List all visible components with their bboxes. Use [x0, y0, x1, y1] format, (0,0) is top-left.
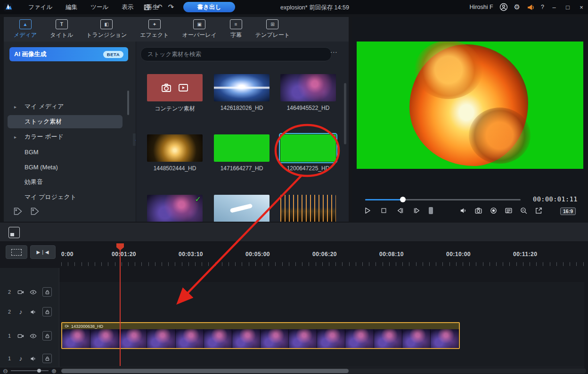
save-icon[interactable]	[142, 3, 151, 11]
video-track-2-lane[interactable]	[0, 282, 584, 302]
previous-frame-button[interactable]	[396, 206, 404, 215]
timeline-hscroll-handle[interactable]	[61, 369, 349, 373]
tab-subtitle[interactable]: 字幕	[225, 17, 247, 41]
track-lock-icon[interactable]	[42, 354, 52, 363]
media-thumbnail[interactable]	[280, 74, 336, 101]
announcement-megaphone-icon[interactable]	[526, 3, 535, 11]
undock-player-icon[interactable]	[534, 206, 543, 215]
redo-icon[interactable]: ↷	[168, 3, 174, 11]
tab-overlay[interactable]: オーバーレイ	[177, 17, 222, 41]
media-item[interactable]	[280, 195, 336, 222]
tag-add-icon[interactable]	[30, 207, 40, 216]
track-visibility-eye-icon[interactable]	[29, 288, 37, 296]
track-visibility-eye-icon[interactable]	[29, 332, 37, 340]
sidebar-item-bgm[interactable]: BGM	[8, 145, 122, 158]
undo-icon[interactable]: ↶	[156, 3, 163, 11]
sidebar-item-stock-media[interactable]: ストック素材	[8, 115, 122, 128]
render-preview-icon[interactable]	[489, 206, 498, 215]
zoom-slider[interactable]	[11, 370, 49, 371]
tab-transition[interactable]: トランジション	[81, 17, 132, 41]
zoom-magnifier-icon[interactable]	[519, 206, 528, 215]
media-thumbnail[interactable]	[214, 134, 270, 162]
track-mute-speaker-icon[interactable]	[29, 355, 37, 362]
seek-knob[interactable]	[400, 197, 406, 202]
menu-file[interactable]: ファイル	[27, 2, 53, 12]
snapshot-camera-icon[interactable]	[474, 206, 482, 215]
ruler-ticks[interactable]	[61, 262, 584, 266]
media-thumbnail[interactable]: ✓	[147, 195, 203, 222]
used-check-icon: ✓	[195, 195, 201, 204]
user-name[interactable]: Hiroshi F	[470, 4, 493, 10]
sidebar-item-my-projects[interactable]: マイ プロジェクト	[8, 191, 122, 204]
play-button[interactable]	[363, 206, 371, 215]
timeline-zoom-controls: ⊖ ⊕	[3, 367, 57, 374]
media-item[interactable]: 1471664277_HD	[214, 134, 270, 172]
media-item[interactable]: ✓	[147, 195, 203, 222]
more-options-button[interactable]: ...	[330, 46, 338, 54]
ai-image-generation-button[interactable]: AI 画像生成 BETA	[9, 47, 128, 61]
menu-tools[interactable]: ツール	[90, 2, 109, 12]
track-mute-speaker-icon[interactable]	[29, 308, 37, 316]
maximize-icon[interactable]: □	[564, 4, 572, 11]
volume-icon[interactable]	[459, 206, 467, 215]
aspect-ratio-badge[interactable]: 16:9	[560, 208, 576, 215]
tab-media[interactable]: メディア	[8, 17, 42, 41]
clip-filmstrip	[62, 329, 459, 348]
track-number: 2	[7, 309, 12, 315]
account-icon[interactable]	[499, 3, 508, 11]
sidebar-item-my-media[interactable]: マイ メディア	[8, 100, 122, 113]
media-item[interactable]: 1464945522_HD	[280, 74, 336, 111]
playhead-marker[interactable]	[116, 243, 124, 250]
media-item[interactable]	[214, 195, 270, 222]
sidebar-item-color-board[interactable]: カラー ボード	[8, 130, 122, 143]
stop-button[interactable]	[379, 206, 388, 215]
media-thumbnail[interactable]	[214, 195, 270, 222]
zoom-slider-knob[interactable]	[37, 369, 41, 373]
media-thumbnail[interactable]	[280, 195, 336, 222]
sidebar-item-sound-effects[interactable]: 効果音	[8, 175, 122, 189]
preview-mode-box[interactable]	[429, 207, 433, 214]
help-icon[interactable]: ?	[541, 4, 544, 10]
sidebar-scrollbar[interactable]	[127, 91, 129, 115]
zoom-out-icon[interactable]: ⊖	[3, 367, 8, 374]
track-lock-icon[interactable]	[42, 307, 52, 316]
content-media-thumbnail[interactable]	[147, 74, 203, 101]
playhead-line[interactable]	[120, 243, 121, 366]
media-thumbnail[interactable]	[214, 74, 270, 101]
next-frame-button[interactable]	[412, 206, 421, 215]
track-lock-icon[interactable]	[42, 331, 52, 341]
menu-edit[interactable]: 編集	[65, 2, 78, 12]
preview-screen	[357, 42, 583, 169]
tab-template[interactable]: テンプレート	[250, 17, 295, 41]
media-item-selected[interactable]: 1200647225_HD	[280, 134, 336, 172]
media-item[interactable]: 1426182026_HD	[214, 74, 270, 111]
settings-gear-icon[interactable]: ⚙	[514, 3, 520, 11]
range-select-button[interactable]	[6, 245, 27, 259]
preview-menu-icon[interactable]	[504, 206, 513, 215]
track-header-audio-2: 2 ♪	[0, 302, 59, 322]
stock-media-library: ... コンテンツ素材 1426182026_HD 1464945522_HD …	[136, 42, 349, 222]
track-lock-icon[interactable]	[42, 287, 52, 297]
sidebar-item-bgm-meta[interactable]: BGM (Meta)	[8, 160, 122, 174]
audio-track-2-lane[interactable]	[0, 302, 584, 322]
close-icon[interactable]: ×	[578, 4, 585, 11]
library-scrollbar[interactable]	[344, 83, 346, 144]
timeline-room-icon[interactable]	[8, 227, 20, 238]
tab-effect[interactable]: エフェクト	[135, 17, 174, 41]
media-item[interactable]: 1448502444_HD	[147, 134, 203, 172]
zoom-in-icon[interactable]: ⊕	[51, 367, 57, 374]
menu-view[interactable]: 表示	[121, 2, 134, 12]
split-button[interactable]: ▶❘◀	[30, 245, 56, 259]
tab-title[interactable]: タイトル	[45, 17, 78, 41]
media-thumbnail[interactable]	[280, 134, 336, 162]
search-input[interactable]	[140, 47, 332, 61]
clip-title-bar: 1432000638_HD	[62, 323, 459, 329]
ruler-label: 00:10:00	[446, 251, 471, 258]
media-thumbnail[interactable]	[147, 134, 203, 162]
audio-track-1-lane[interactable]	[0, 350, 584, 367]
tag-icon[interactable]	[13, 207, 23, 216]
timeline-clip[interactable]: 1432000638_HD	[61, 322, 460, 349]
export-button[interactable]: 書き出し	[183, 2, 235, 12]
media-item-content[interactable]: コンテンツ素材	[147, 74, 203, 113]
minimize-icon[interactable]: –	[550, 4, 558, 11]
